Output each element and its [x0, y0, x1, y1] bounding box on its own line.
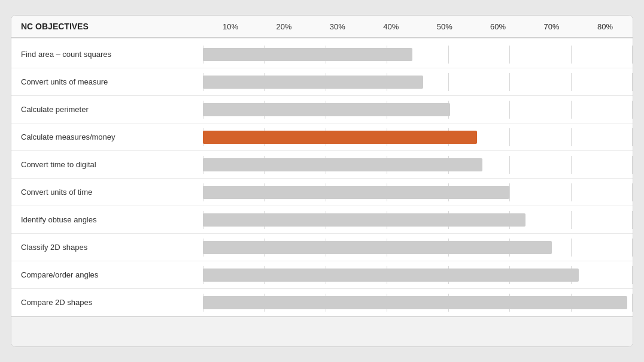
- chart-row: Convert units of measure: [11, 68, 633, 96]
- grid-line: [509, 128, 510, 146]
- row-bar-area: [203, 46, 633, 64]
- grid-line: [571, 239, 572, 257]
- chart-title: NC OBJECTIVES: [21, 22, 212, 31]
- row-label: Compare 2D shapes: [11, 298, 203, 307]
- grid-line: [509, 156, 510, 174]
- grid-line: [571, 128, 572, 146]
- row-bar-area: [203, 211, 633, 229]
- row-bar-area: [203, 294, 633, 312]
- grid-line: [509, 183, 510, 201]
- chart-row: Classify 2D shapes: [11, 234, 633, 261]
- tick-label: 40%: [373, 22, 409, 31]
- row-label: Classify 2D shapes: [11, 243, 203, 252]
- grid-line: [509, 73, 510, 91]
- grid-line: [571, 211, 572, 229]
- chart-row: Convert units of time: [11, 179, 633, 206]
- row-bar-area: [203, 101, 633, 119]
- row-label: Convert time to digital: [11, 160, 203, 169]
- chart-row: Compare/order angles: [11, 261, 633, 289]
- grid-line: [632, 239, 633, 257]
- row-bar-area: [203, 73, 633, 91]
- tick-label: 50%: [427, 22, 463, 31]
- tick-label: 10%: [212, 22, 248, 31]
- row-label: Find area – count squares: [11, 50, 203, 59]
- grid-line: [632, 294, 633, 312]
- chart-row: Convert time to digital: [11, 151, 633, 179]
- row-label: Calculate measures/money: [11, 132, 203, 141]
- grid-line: [571, 156, 572, 174]
- data-bar: [203, 296, 627, 309]
- row-bar-area: [203, 128, 633, 146]
- row-label: Calculate perimeter: [11, 105, 203, 114]
- grid-line: [448, 46, 449, 64]
- data-bar: [203, 241, 552, 254]
- grid-line: [632, 156, 633, 174]
- data-bar: [203, 158, 482, 171]
- chart-row: Calculate measures/money: [11, 123, 633, 151]
- grid-line: [632, 183, 633, 201]
- grid-line: [448, 73, 449, 91]
- header-ticks: 10%20%30%40%50%60%70%80%: [212, 22, 623, 31]
- grid-line: [571, 101, 572, 119]
- grid-line: [632, 266, 633, 284]
- grid-line: [509, 46, 510, 64]
- tick-label: 70%: [534, 22, 570, 31]
- tick-label: 60%: [480, 22, 516, 31]
- data-bar: [203, 48, 412, 61]
- chart-row: Identify obtuse angles: [11, 206, 633, 234]
- data-bar: [203, 269, 579, 282]
- grid-line: [571, 46, 572, 64]
- chart-header: NC OBJECTIVES 10%20%30%40%50%60%70%80%: [11, 16, 633, 38]
- row-bar-area: [203, 239, 633, 257]
- row-label: Convert units of time: [11, 188, 203, 197]
- chart-row: Find area – count squares: [11, 41, 633, 68]
- data-bar: [203, 103, 450, 116]
- data-bar: [203, 76, 423, 89]
- chart-footer: [11, 316, 633, 346]
- row-label: Compare/order angles: [11, 270, 203, 279]
- data-bar: [203, 213, 525, 227]
- grid-line: [632, 211, 633, 229]
- row-label: Identify obtuse angles: [11, 215, 203, 224]
- chart-row: Compare 2D shapes: [11, 289, 633, 316]
- row-bar-area: [203, 266, 633, 284]
- row-bar-area: [203, 183, 633, 201]
- chart-row: Calculate perimeter: [11, 96, 633, 123]
- grid-line: [632, 73, 633, 91]
- grid-line: [571, 73, 572, 91]
- grid-line: [632, 101, 633, 119]
- tick-label: 30%: [320, 22, 356, 31]
- data-bar: [203, 186, 509, 199]
- grid-line: [571, 183, 572, 201]
- row-bar-area: [203, 156, 633, 174]
- chart-body: Find area – count squaresConvert units o…: [11, 38, 633, 316]
- tick-label: 20%: [266, 22, 302, 31]
- row-label: Convert units of measure: [11, 77, 203, 86]
- grid-line: [509, 101, 510, 119]
- tick-label: 80%: [587, 22, 623, 31]
- chart-container: NC OBJECTIVES 10%20%30%40%50%60%70%80% F…: [11, 15, 633, 347]
- grid-line: [632, 128, 633, 146]
- highlight-bar: [203, 131, 477, 144]
- grid-line: [632, 46, 633, 64]
